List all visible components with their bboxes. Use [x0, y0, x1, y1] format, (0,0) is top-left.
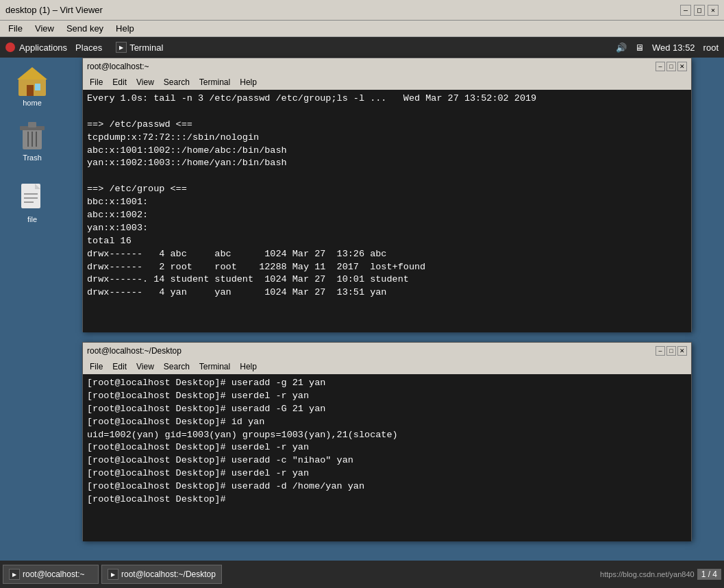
t2-menu-view[interactable]: View [132, 361, 158, 372]
viewer-menu-sendkey[interactable]: Send key [61, 22, 109, 35]
t2-menu-search[interactable]: Search [160, 361, 194, 372]
svg-rect-13 [24, 197, 38, 199]
terminal-1-controls: – □ ✕ [656, 62, 687, 71]
window-controls: – □ ✕ [680, 5, 719, 16]
svg-rect-14 [24, 201, 34, 203]
virt-viewer-window: desktop (1) – Virt Viewer – □ ✕ File Vie… [0, 0, 724, 588]
terminal-1-close[interactable]: ✕ [677, 62, 687, 71]
svg-rect-12 [24, 193, 38, 195]
display-icon[interactable]: 🖥 [635, 42, 644, 53]
t2-menu-edit[interactable]: Edit [108, 361, 131, 372]
t1-menu-help[interactable]: Help [236, 77, 261, 88]
task-1-label: root@localhost:~ [23, 569, 85, 579]
viewer-menu-file[interactable]: File [3, 22, 28, 35]
svg-rect-6 [28, 122, 36, 127]
task-2-label: root@localhost:~/Desktop [121, 569, 216, 579]
bottom-right: https://blog.csdn.net/yan840 1 / 4 [600, 569, 721, 580]
terminal-window-2: root@localhost:~/Desktop – □ ✕ File Edit… [82, 342, 692, 541]
terminal-window-1: root@localhost:~ – □ ✕ File Edit View Se… [82, 58, 692, 332]
terminal-2-title: root@localhost:~/Desktop [87, 346, 182, 356]
terminal-1-title: root@localhost:~ [87, 62, 149, 71]
t2-menu-file[interactable]: File [86, 361, 107, 372]
terminal-1-maximize[interactable]: □ [666, 62, 676, 71]
trash-icon-desktop[interactable]: Trash [8, 119, 56, 162]
terminal-2-content[interactable]: [root@localhost Desktop]# useradd -g 21 … [83, 374, 691, 541]
terminal-2-maximize[interactable]: □ [666, 346, 676, 356]
taskbar-task-2[interactable]: ▶ root@localhost:~/Desktop [101, 565, 222, 584]
terminal-1-content[interactable]: Every 1.0s: tail -n 3 /etc/passwd /etc/g… [83, 90, 691, 332]
taskbar-right: 🔊 🖥 Wed 13:52 root [616, 42, 719, 53]
terminal-2-menubar: File Edit View Search Terminal Help [83, 359, 691, 374]
t1-menu-edit[interactable]: Edit [108, 77, 131, 88]
gnome-foot-icon [5, 42, 15, 52]
t1-menu-terminal[interactable]: Terminal [195, 77, 234, 88]
viewer-menu-view[interactable]: View [29, 22, 60, 35]
terminal-1-titlebar: root@localhost:~ – □ ✕ [83, 58, 691, 75]
places-menu[interactable]: Places [70, 41, 108, 54]
svg-rect-3 [35, 84, 40, 90]
applications-label: Applications [19, 42, 67, 53]
task-1-icon: ▶ [9, 569, 20, 580]
terminal-2-close[interactable]: ✕ [677, 346, 687, 356]
terminal-icon: ▶ [116, 42, 127, 53]
close-button[interactable]: ✕ [708, 5, 719, 16]
file-icon-desktop[interactable]: file [8, 181, 56, 223]
applications-menu[interactable]: Applications [5, 42, 67, 53]
bottom-taskbar: ▶ root@localhost:~ ▶ root@localhost:~/De… [0, 561, 724, 588]
viewer-menubar: File View Send key Help [0, 21, 724, 37]
t1-menu-file[interactable]: File [86, 77, 107, 88]
desktop-area: home Trash [0, 58, 724, 561]
window-title: desktop (1) – Virt Viewer [5, 5, 103, 15]
task-2-icon: ▶ [108, 569, 118, 580]
terminal-2-titlebar: root@localhost:~/Desktop – □ ✕ [83, 343, 691, 359]
desktop-taskbar: Applications Places ▶ Terminal 🔊 🖥 Wed 1… [0, 37, 724, 58]
page-indicator: 1 / 4 [697, 569, 721, 580]
watermark-text: https://blog.csdn.net/yan840 [600, 570, 695, 578]
t2-menu-help[interactable]: Help [236, 361, 261, 372]
maximize-button[interactable]: □ [694, 5, 705, 16]
terminal-label: Terminal [129, 42, 163, 53]
clock: Wed 13:52 [652, 42, 695, 53]
svg-marker-1 [17, 67, 47, 79]
terminal-1-minimize[interactable]: – [656, 62, 665, 71]
svg-rect-2 [27, 85, 34, 96]
home-icon-desktop[interactable]: home [8, 64, 56, 107]
terminal-2-controls: – □ ✕ [656, 346, 687, 356]
trash-icon-label: Trash [23, 154, 42, 162]
t2-menu-terminal[interactable]: Terminal [195, 361, 234, 372]
minimize-button[interactable]: – [680, 5, 691, 16]
taskbar-task-1[interactable]: ▶ root@localhost:~ [3, 565, 99, 584]
viewer-menu-help[interactable]: Help [110, 22, 140, 35]
user-label: root [703, 42, 719, 53]
t1-menu-view[interactable]: View [132, 77, 158, 88]
title-bar: desktop (1) – Virt Viewer – □ ✕ [0, 0, 724, 21]
file-icon-label: file [27, 215, 37, 223]
home-icon-label: home [23, 99, 42, 107]
sound-icon[interactable]: 🔊 [616, 42, 627, 53]
terminal-menu[interactable]: ▶ Terminal [110, 40, 168, 54]
terminal-1-menubar: File Edit View Search Terminal Help [83, 75, 691, 90]
t1-menu-search[interactable]: Search [160, 77, 194, 88]
terminal-2-minimize[interactable]: – [656, 346, 665, 356]
